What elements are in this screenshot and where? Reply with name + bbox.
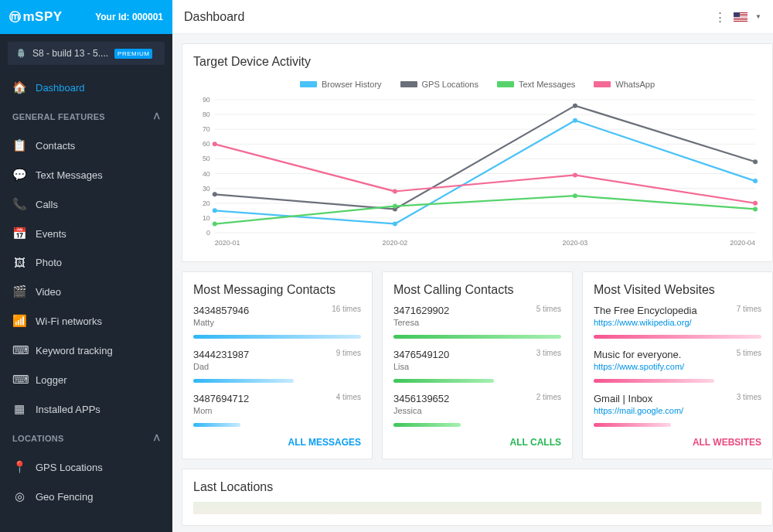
contact-count: 16 times	[332, 305, 361, 313]
svg-text:2020-02: 2020-02	[383, 239, 408, 247]
sidebar-item-label: Wi-Fi networks	[36, 315, 102, 327]
contact-name: Matty	[193, 318, 249, 327]
kebab-icon[interactable]: ⋮	[714, 10, 726, 24]
legend-item[interactable]: Text Messages	[497, 80, 575, 89]
sidebar-item-wi-fi-networks[interactable]: 📶Wi-Fi networks	[0, 306, 172, 336]
sidebar-item-dashboard[interactable]: 🏠 Dashboard	[0, 73, 172, 102]
svg-text:80: 80	[203, 111, 210, 118]
usage-bar	[594, 335, 761, 339]
list-item[interactable]: 3456139652Jessica2 times	[393, 393, 561, 427]
sidebar-item-label: Installed APPs	[36, 404, 100, 415]
legend-label: GPS Locations	[422, 80, 478, 89]
page-title: Dashboard	[184, 10, 244, 24]
contact-name: Lisa	[393, 362, 449, 371]
sidebar-item-keyword-tracking[interactable]: ⌨Keyword tracking	[0, 336, 172, 365]
topbar: ⓜmSPY Your Id: 000001 Dashboard ⋮ ▼	[0, 0, 773, 34]
site-url[interactable]: https://mail.google.com/	[594, 406, 683, 415]
keyboard-icon: ⌨	[12, 373, 26, 387]
svg-point-25	[393, 222, 397, 227]
list-item[interactable]: Music for everyone.https://www.spotify.c…	[594, 349, 761, 383]
logo-area: ⓜmSPY Your Id: 000001	[0, 0, 172, 34]
legend-swatch	[497, 81, 514, 87]
visit-count: 5 times	[737, 349, 761, 357]
sidebar-item-logger[interactable]: ⌨Logger	[0, 365, 172, 394]
websites-card: Most Visited Websites The Free Encyclope…	[582, 271, 773, 459]
nav-group-header[interactable]: LOCATIONSᐱ	[0, 424, 172, 452]
svg-text:90: 90	[203, 96, 210, 104]
flag-us-icon[interactable]	[734, 12, 747, 22]
list-item[interactable]: 3471629902Teresa5 times	[393, 305, 561, 339]
list-item[interactable]: The Free Encyclopediahttps://www.wikiped…	[594, 305, 761, 339]
chevron-down-icon[interactable]: ▼	[755, 13, 761, 20]
legend-swatch	[300, 81, 317, 87]
device-name: S8 - build 13 - 5....	[32, 48, 108, 59]
site-url[interactable]: https://www.wikipedia.org/	[594, 318, 697, 327]
svg-text:10: 10	[203, 214, 210, 222]
message-icon: 💬	[12, 168, 26, 182]
device-selector[interactable]: S8 - build 13 - 5.... PREMIUM	[8, 42, 165, 65]
svg-text:30: 30	[203, 185, 210, 193]
calling-card: Most Calling Contacts 3471629902Teresa5 …	[382, 271, 573, 459]
websites-title: Most Visited Websites	[594, 283, 761, 297]
sidebar-item-label: Geo Fencing	[36, 491, 93, 503]
nav-group-title: GENERAL FEATURES	[12, 112, 105, 121]
sidebar-item-video[interactable]: 🎬Video	[0, 277, 172, 306]
contact-count: 3 times	[536, 349, 561, 357]
list-item[interactable]: 3487694712Mom4 times	[193, 393, 361, 427]
svg-text:2020-04: 2020-04	[730, 239, 755, 247]
chart-legend: Browser HistoryGPS LocationsText Message…	[193, 77, 761, 89]
list-item[interactable]: 3434857946Matty16 times	[193, 305, 361, 339]
product-logo: ⓜmSPY	[9, 9, 63, 25]
contacts-icon: 📋	[12, 138, 26, 152]
chart-card: Target Device Activity Browser HistoryGP…	[182, 43, 773, 262]
visit-count: 3 times	[737, 393, 761, 401]
sidebar-item-calls[interactable]: 📞Calls	[0, 189, 172, 219]
legend-item[interactable]: WhatsApp	[594, 80, 655, 89]
svg-text:2020-01: 2020-01	[215, 239, 240, 247]
legend-item[interactable]: GPS Locations	[400, 80, 478, 89]
contact-name: Teresa	[393, 318, 449, 327]
site-url[interactable]: https://www.spotify.com/	[594, 362, 684, 371]
sidebar-item-photo[interactable]: 🖼Photo	[0, 248, 172, 277]
contact-count: 4 times	[336, 393, 361, 401]
contact-number: 3444231987	[193, 349, 249, 360]
main-scroll[interactable]: Target Device Activity Browser HistoryGP…	[172, 34, 773, 532]
contact-number: 3456139652	[393, 393, 449, 404]
list-item[interactable]: Gmail | Inboxhttps://mail.google.com/3 t…	[594, 393, 761, 427]
sidebar-item-events[interactable]: 📅Events	[0, 219, 172, 248]
svg-point-28	[213, 192, 217, 196]
contact-count: 9 times	[336, 349, 361, 357]
usage-bar	[594, 379, 714, 383]
list-item[interactable]: 3476549120Lisa3 times	[393, 349, 561, 383]
svg-text:50: 50	[203, 155, 210, 162]
sidebar-item-installed-apps[interactable]: ▦Installed APPs	[0, 394, 172, 424]
usage-bar	[393, 335, 561, 339]
sidebar-item-gps-locations[interactable]: 📍GPS Locations	[0, 452, 172, 482]
nav-group-header[interactable]: GENERAL FEATURESᐱ	[0, 102, 172, 131]
svg-text:20: 20	[203, 200, 210, 207]
android-icon	[15, 48, 26, 59]
sidebar-item-label: GPS Locations	[36, 462, 103, 473]
map-preview[interactable]	[193, 502, 761, 514]
sidebar-item-label: Contacts	[36, 140, 75, 152]
svg-text:40: 40	[203, 170, 210, 178]
legend-swatch	[594, 81, 611, 87]
list-item[interactable]: 3444231987Dad9 times	[193, 349, 361, 383]
all-websites-link[interactable]: ALL WEBSITES	[594, 437, 761, 448]
svg-point-27	[753, 179, 758, 183]
usage-bar	[393, 379, 494, 383]
messaging-card: Most Messaging Contacts 3434857946Matty1…	[182, 271, 373, 459]
all-messages-link[interactable]: ALL MESSAGES	[193, 437, 361, 448]
site-title: The Free Encyclopedia	[594, 305, 697, 316]
legend-item[interactable]: Browser History	[300, 80, 382, 89]
svg-text:2020-03: 2020-03	[563, 239, 588, 247]
all-calls-link[interactable]: ALL CALLS	[393, 437, 561, 448]
svg-point-35	[753, 206, 758, 211]
legend-label: Text Messages	[519, 80, 575, 89]
sidebar-item-contacts[interactable]: 📋Contacts	[0, 131, 172, 160]
messaging-title: Most Messaging Contacts	[193, 283, 361, 297]
sidebar-item-geo-fencing[interactable]: ◎Geo Fencing	[0, 482, 172, 511]
svg-point-33	[393, 204, 397, 209]
sidebar-item-text-messages[interactable]: 💬Text Messages	[0, 160, 172, 189]
video-icon: 🎬	[12, 285, 26, 298]
